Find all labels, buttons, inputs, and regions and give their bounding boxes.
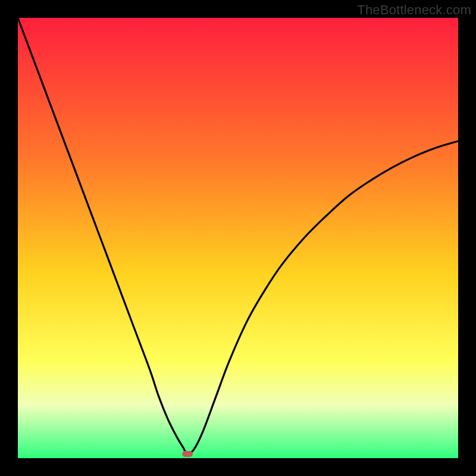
gradient-plot — [18, 18, 458, 458]
chart-frame: TheBottleneck.com — [0, 0, 476, 476]
watermark-text: TheBottleneck.com — [357, 2, 471, 18]
gradient-bg — [18, 18, 458, 458]
optimal-point-marker — [182, 451, 193, 457]
plot-area — [18, 18, 458, 458]
